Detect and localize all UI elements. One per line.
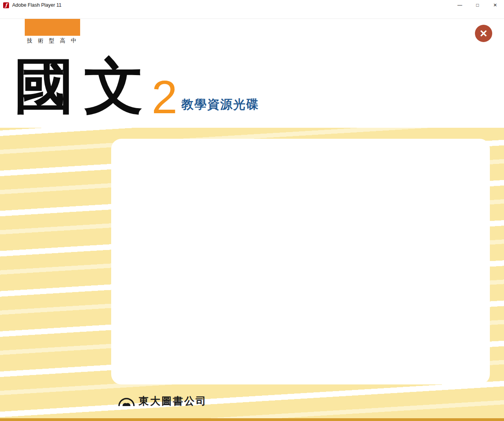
disc-title: 國文 2 教學資源光碟 bbox=[14, 53, 259, 118]
bottom-orange-strip bbox=[0, 418, 504, 421]
titlebar: ƒ Adobe Flash Player 11 — □ ✕ bbox=[0, 0, 504, 10]
minimize-button[interactable]: — bbox=[451, 0, 469, 10]
app-close-button[interactable]: ✕ bbox=[475, 25, 492, 42]
maximize-button[interactable]: □ bbox=[469, 0, 486, 10]
close-button[interactable]: ✕ bbox=[486, 0, 504, 10]
window-title: Adobe Flash Player 11 bbox=[12, 2, 62, 8]
disc-subtitle: 教學資源光碟 bbox=[181, 96, 259, 113]
close-x-icon: ✕ bbox=[480, 28, 488, 39]
dongda-arch-icon bbox=[118, 396, 135, 407]
school-type-label: 技 術 型 高 中 bbox=[22, 37, 84, 44]
flash-player-icon: ƒ bbox=[3, 2, 9, 8]
flash-player-window: ƒ Adobe Flash Player 11 — □ ✕ 技 術 型 高 中 … bbox=[0, 0, 504, 421]
publisher-name: 東大圖書公司 bbox=[139, 394, 207, 408]
publisher-brand: 東大圖書公司 bbox=[118, 394, 207, 408]
publisher-logo-block bbox=[25, 19, 80, 36]
window-controls: — □ ✕ bbox=[451, 0, 504, 10]
subject-title: 國文 bbox=[14, 53, 154, 118]
menubar bbox=[0, 10, 504, 19]
volume-number: 2 bbox=[152, 76, 178, 119]
stage: 技 術 型 高 中 國文 2 教學資源光碟 ✕ 東大圖書公司 bbox=[0, 19, 504, 421]
resource-panel bbox=[111, 139, 490, 384]
